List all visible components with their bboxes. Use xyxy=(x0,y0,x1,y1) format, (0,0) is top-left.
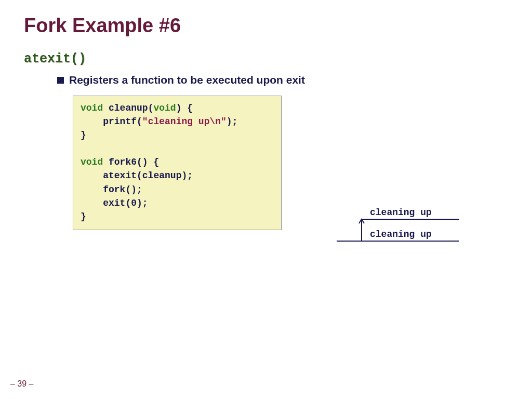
slide-title: Fork Example #6 xyxy=(24,15,508,37)
bullet-item: Registers a function to be executed upon… xyxy=(57,74,508,86)
code-text: fork(); xyxy=(81,184,142,195)
diagram-label-lower: cleaning up xyxy=(370,229,432,240)
subheading-atexit: atexit() xyxy=(24,51,508,66)
code-string: "cleaning up\n" xyxy=(142,116,227,127)
code-keyword: void xyxy=(81,157,103,167)
code-text: } xyxy=(81,130,86,140)
code-text: exit(0); xyxy=(81,198,148,208)
code-block: void cleanup(void) { printf("cleaning up… xyxy=(73,96,282,230)
code-keyword: void xyxy=(153,103,176,113)
code-text: printf( xyxy=(81,116,142,127)
square-bullet-icon xyxy=(57,77,64,84)
bullet-text: Registers a function to be executed upon… xyxy=(69,74,305,86)
code-text: } xyxy=(81,211,86,222)
code-text: ) { xyxy=(176,103,193,113)
code-text: cleanup( xyxy=(103,103,153,113)
code-text: fork6() { xyxy=(103,157,159,167)
code-text: ); xyxy=(227,116,238,127)
code-keyword: void xyxy=(81,103,103,113)
fork-diagram: cleaning up cleaning up xyxy=(337,196,459,244)
slide: Fork Example #6 atexit() Registers a fun… xyxy=(0,0,532,399)
code-text: atexit(cleanup); xyxy=(81,170,193,181)
diagram-label-upper: cleaning up xyxy=(370,207,432,218)
page-number: – 39 – xyxy=(10,379,33,389)
